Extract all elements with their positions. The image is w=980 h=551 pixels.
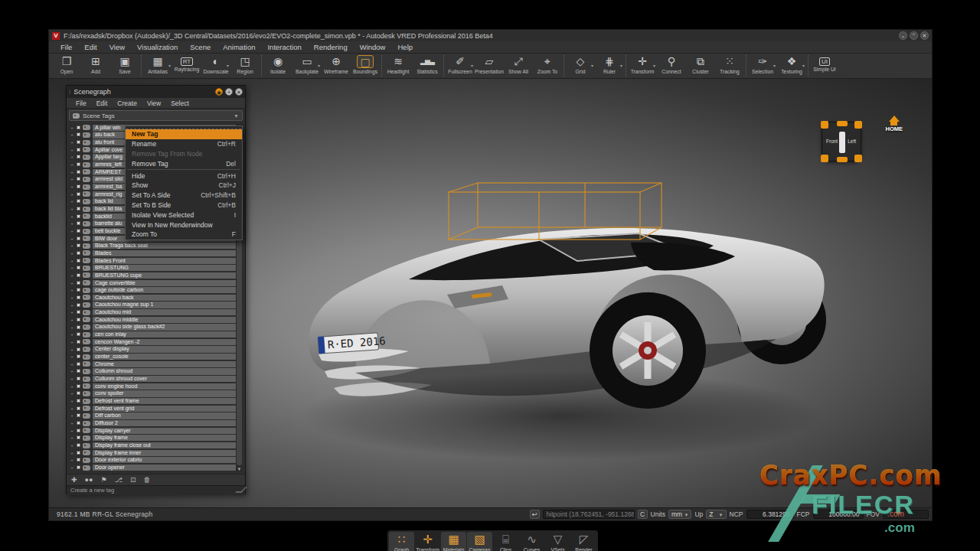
context-item-remove-tag[interactable]: Remove TagDel — [126, 158, 242, 168]
tool-downscale[interactable]: ◐▾Downscale — [201, 54, 230, 78]
dock-clips[interactable]: ⌸Clips — [493, 532, 518, 551]
navigation-cube[interactable]: Front Left — [822, 122, 861, 161]
title-bar[interactable]: V F:/as/rexadsk/Dropbox (Autodesk)/_3D C… — [49, 30, 932, 41]
expand-icon[interactable]: + — [69, 465, 75, 470]
cube-edge[interactable] — [837, 157, 848, 162]
tree-row[interactable]: +✖Center display — [69, 346, 237, 354]
expand-icon[interactable]: + — [69, 443, 75, 448]
tool-open[interactable]: ❒Open — [52, 54, 81, 78]
tree-row[interactable]: +✖Defrost vent frame — [69, 397, 237, 405]
visibility-icon[interactable]: ✖ — [75, 354, 82, 360]
visibility-icon[interactable]: ✖ — [75, 465, 82, 471]
tool-texturing[interactable]: ❖▾Texturing — [777, 54, 806, 78]
tool-add[interactable]: ⊞Add — [81, 54, 110, 78]
tool-connect[interactable]: ⚲Connect — [657, 54, 686, 78]
expand-icon[interactable]: + — [69, 155, 75, 159]
visibility-icon[interactable]: ✖ — [75, 324, 82, 331]
tree-row[interactable]: +✖Black Traga back seat — [69, 243, 237, 250]
dock-transform[interactable]: ✛Transform — [415, 532, 440, 551]
expand-icon[interactable]: + — [69, 199, 75, 204]
visibility-icon[interactable]: ✖ — [75, 125, 82, 131]
expand-icon[interactable]: + — [69, 303, 75, 308]
tool-boundings[interactable]: ▢Boundings — [351, 54, 380, 78]
close-button[interactable]: ✕ — [920, 31, 929, 40]
minimize-button[interactable]: ⌄ — [899, 31, 907, 40]
dock-vsets[interactable]: ▽VSets — [545, 532, 570, 551]
expand-icon[interactable]: + — [69, 266, 75, 270]
visibility-icon[interactable]: ✖ — [75, 228, 82, 234]
c-button[interactable]: C — [638, 510, 648, 519]
expand-icon[interactable]: + — [69, 221, 75, 226]
tool-isolate[interactable]: ◉Isolate — [263, 54, 292, 78]
tree-row[interactable]: +✖Display carryer — [69, 427, 237, 435]
tree-node-label[interactable]: Chrome — [93, 361, 237, 367]
back-button[interactable]: ↩ — [530, 510, 540, 519]
tree-row[interactable]: +✖Caoutchou middle — [69, 316, 237, 324]
tree-row[interactable]: +✖cen con inlay — [69, 331, 237, 338]
dock-render[interactable]: ◸Render — [571, 532, 596, 551]
expand-icon[interactable]: + — [69, 318, 75, 322]
tree-node-label[interactable]: conv engine hood — [93, 383, 237, 390]
menu-help[interactable]: Help — [392, 41, 418, 53]
dock-cameras[interactable]: ▧Cameras — [467, 532, 492, 551]
expand-icon[interactable]: + — [69, 399, 75, 403]
tree-row[interactable]: +✖cage outside carbon — [69, 286, 237, 294]
visibility-icon[interactable]: ✖ — [75, 272, 82, 279]
expand-icon[interactable]: + — [69, 177, 75, 181]
expand-icon[interactable]: + — [69, 259, 75, 263]
visibility-icon[interactable]: ✖ — [75, 214, 82, 220]
visibility-icon[interactable]: ✖ — [75, 184, 82, 190]
tree-node-label[interactable]: Diffusor 2 — [93, 420, 237, 426]
tool-tracking[interactable]: ⁙Tracking — [715, 54, 744, 78]
up-axis-select[interactable]: Z ▼ — [706, 510, 726, 519]
visibility-icon[interactable]: ✖ — [75, 132, 82, 138]
tree-node-label[interactable]: Caoutchou side glass back#2 — [93, 324, 237, 330]
tree-node-label[interactable]: Center display — [93, 346, 237, 352]
cube-corner[interactable] — [821, 121, 828, 129]
context-item-set-to-b-side[interactable]: Set To B SideCtrl+B — [126, 201, 242, 210]
panel-menu-file[interactable]: File — [71, 99, 91, 107]
cube-center[interactable] — [839, 132, 845, 153]
tree-row[interactable]: +✖Display frame — [69, 435, 237, 442]
expand-icon[interactable]: + — [69, 170, 75, 174]
cube-face-left[interactable]: Left — [848, 139, 856, 144]
tool-raytracing[interactable]: RTRaytracing — [172, 54, 201, 78]
expand-icon[interactable]: + — [69, 126, 75, 130]
context-item-view-in-new-renderwindow[interactable]: View In New Renderwindow — [126, 220, 242, 230]
panel-header[interactable]: ⁞ Scenegraph ◉ + ✕ — [67, 86, 245, 98]
tree-node-label[interactable]: center_cosole — [93, 354, 237, 360]
tree-node-label[interactable]: Caoutchou mid — [93, 309, 237, 315]
tool-backplate[interactable]: ▭▾Backplate — [292, 54, 322, 78]
tool-fullscreen[interactable]: ✐▾Fullscreen — [446, 54, 475, 78]
visibility-icon[interactable]: ✖ — [75, 435, 82, 441]
tree-row[interactable]: +✖Diff carbon — [69, 412, 237, 420]
visibility-icon[interactable]: ✖ — [75, 147, 82, 153]
expand-icon[interactable]: + — [69, 354, 75, 359]
context-item-new-tag[interactable]: New Tag — [126, 129, 242, 139]
tree-node-label[interactable]: BRUESTUNG cupe — [93, 272, 237, 279]
visibility-icon[interactable]: ✖ — [75, 383, 82, 390]
visibility-icon[interactable]: ✖ — [75, 280, 82, 286]
expand-icon[interactable]: + — [69, 377, 75, 381]
visibility-icon[interactable]: ✖ — [75, 295, 82, 301]
detach-button[interactable]: + — [225, 88, 233, 96]
tool-wireframe[interactable]: ⊕Wireframe — [322, 54, 351, 78]
tree-row[interactable]: +✖Caoutchou magne sup 1 — [69, 302, 237, 309]
expand-icon[interactable]: + — [69, 310, 75, 315]
menu-rendering[interactable]: Rendering — [309, 41, 353, 53]
tree-node-label[interactable]: conv spoiler — [93, 390, 237, 396]
menu-animation[interactable]: Animation — [217, 41, 260, 53]
cube-corner[interactable] — [821, 155, 828, 162]
cube-corner[interactable] — [854, 155, 862, 162]
visibility-icon[interactable]: ✖ — [75, 154, 82, 160]
tree-row[interactable]: +✖Caoutchou side glass back#2 — [69, 324, 237, 331]
tree-node-label[interactable]: Display carryer — [93, 428, 237, 434]
tag-hierarchy-icon[interactable]: ⎇ — [115, 475, 122, 485]
tree-node-label[interactable]: Collumn shroud — [93, 368, 237, 374]
tree-row[interactable]: +✖cencon Wangen -2 — [69, 338, 237, 346]
tool-selection[interactable]: ✑▾Selection — [748, 54, 777, 78]
toggle-tags-icon[interactable]: ●● — [85, 475, 93, 485]
visibility-icon[interactable]: ✖ — [75, 457, 82, 463]
menu-visualization[interactable]: Visualization — [132, 41, 183, 53]
visibility-icon[interactable]: ✖ — [75, 161, 82, 168]
